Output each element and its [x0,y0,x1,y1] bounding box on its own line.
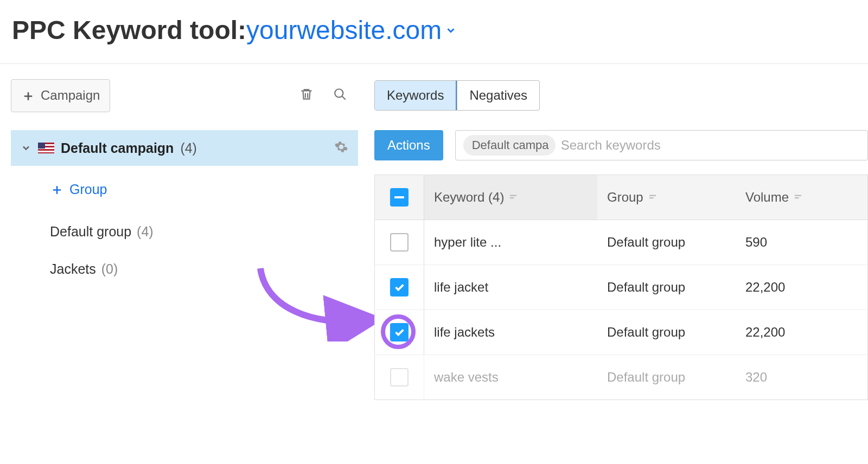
svg-rect-2 [510,197,514,198]
svg-rect-4 [649,197,654,198]
table-row: life jacketDefault group22,200 [375,265,867,310]
row-checkbox[interactable] [390,368,409,386]
table-row: wake vestsDefault group320 [375,355,867,399]
page-title: PPC Keyword tool: yourwebsite.com [12,15,856,45]
title-prefix: PPC Keyword tool: [12,15,246,45]
cell-volume: 590 [736,220,867,265]
row-checkbox[interactable] [390,233,409,252]
cell-group: Default group [597,265,736,310]
table-row: life jacketsDefault group22,200 [375,310,867,355]
cell-keyword: hyper lite ... [424,220,597,265]
svg-rect-6 [795,197,799,198]
cell-keyword: life jackets [424,310,597,355]
sidebar-toolbar: ＋ Campaign [11,80,358,111]
keyword-table: Keyword (4) Group Volume hyper lite ...D… [374,175,868,400]
campaign-count: (4) [180,140,197,156]
trash-icon[interactable] [299,87,314,104]
sort-icon [793,192,803,202]
cell-keyword: life jacket [424,265,597,310]
column-group[interactable]: Group [597,175,736,220]
chevron-down-icon [21,143,31,153]
domain-selector[interactable]: yourwebsite.com [246,15,457,45]
group-name: Default group [50,224,131,240]
column-keyword[interactable]: Keyword (4) [424,175,597,220]
page-header: PPC Keyword tool: yourwebsite.com [0,0,868,64]
add-campaign-label: Campaign [41,88,100,103]
actions-row: Actions Default campa [374,130,868,160]
cell-volume: 320 [736,355,867,399]
cell-group: Default group [597,220,736,265]
sidebar-group-item[interactable]: Jackets(0) [11,250,358,288]
add-campaign-button[interactable]: ＋ Campaign [11,79,110,112]
sidebar: ＋ Campaign Default campaign (4) [11,80,358,400]
svg-rect-5 [795,195,801,196]
campaign-name: Default campaign [61,140,174,156]
domain-name: yourwebsite.com [246,15,442,45]
filter-chip[interactable]: Default campa [463,135,556,156]
tab-keywords[interactable]: Keywords [375,81,457,110]
sort-icon [508,192,518,202]
row-checkbox[interactable] [390,278,409,297]
chevron-down-icon [445,24,457,36]
cell-keyword: wake vests [424,355,597,399]
table-header: Keyword (4) Group Volume [375,175,867,220]
add-group-label: Group [69,182,107,197]
search-input[interactable] [561,138,860,153]
actions-button[interactable]: Actions [374,130,443,160]
group-count: (0) [101,261,118,277]
cell-group: Default group [597,310,736,355]
group-count: (4) [137,224,154,240]
sidebar-group-item[interactable]: Default group(4) [11,213,358,250]
svg-rect-3 [649,195,656,196]
cell-volume: 22,200 [736,310,867,355]
plus-icon: ＋ [21,86,35,105]
plus-icon: ＋ [50,180,64,199]
campaign-row[interactable]: Default campaign (4) [11,130,358,166]
table-row: hyper lite ...Default group590 [375,220,867,265]
tab-negatives[interactable]: Negatives [457,81,539,110]
add-group-button[interactable]: ＋ Group [11,166,358,213]
main-panel: Keywords Negatives Actions Default campa [358,80,868,400]
svg-point-0 [335,89,343,97]
us-flag-icon [38,143,54,153]
tabs: Keywords Negatives [374,80,540,111]
select-all-checkbox[interactable] [390,188,409,207]
cell-group: Default group [597,355,736,399]
sort-icon [648,192,658,202]
gear-icon[interactable] [334,140,348,156]
search-icon[interactable] [333,87,347,104]
svg-rect-1 [510,195,516,196]
group-name: Jackets [50,261,96,277]
keyword-search[interactable]: Default campa [455,130,868,160]
column-volume[interactable]: Volume [736,175,867,220]
cell-volume: 22,200 [736,265,867,310]
row-checkbox[interactable] [390,323,409,341]
